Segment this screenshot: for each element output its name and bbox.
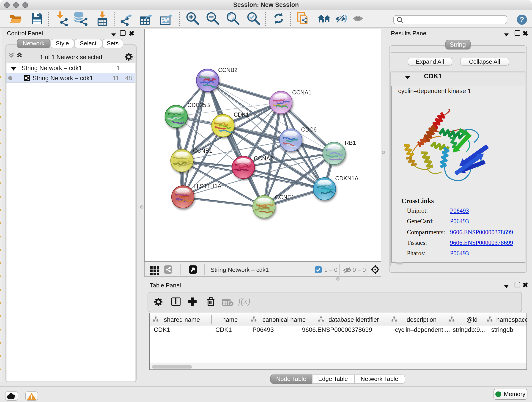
svg-text:HIST1H1A: HIST1H1A [194,183,221,189]
svg-text:CDC25B: CDC25B [187,102,210,108]
svg-text:CDKN1A: CDKN1A [335,175,358,182]
svg-text:CDC6: CDC6 [301,126,317,133]
svg-text:RB1: RB1 [345,140,356,146]
svg-text:CCNB2: CCNB2 [218,67,237,73]
svg-text:CCNB1: CCNB1 [193,147,212,154]
svg-text:CCNE1: CCNE1 [275,194,294,200]
svg-text:CCNA2: CCNA2 [254,155,273,162]
svg-text:CCNA1: CCNA1 [292,89,311,96]
svg-text:CDK1: CDK1 [234,111,249,118]
